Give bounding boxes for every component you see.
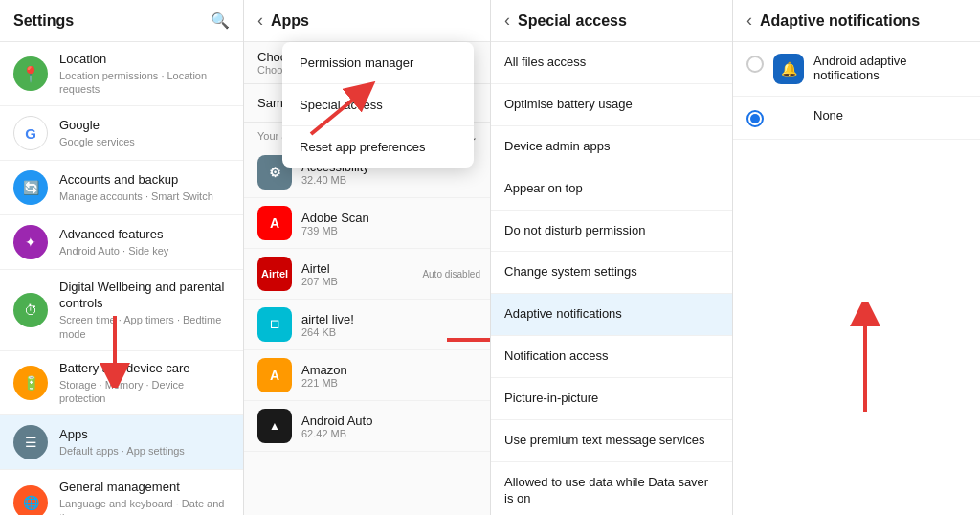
settings-item-battery[interactable]: 🔋 Battery and device care Storage · Memo… xyxy=(0,351,243,415)
special-premium[interactable]: Use premium text message services xyxy=(491,420,732,462)
apps-title: Apps xyxy=(59,427,230,443)
settings-item-digital[interactable]: ⏱ Digital Wellbeing and parental control… xyxy=(0,270,243,350)
radio-none[interactable]: None xyxy=(733,97,980,140)
advanced-icon: ✦ xyxy=(13,225,48,259)
app-amazon-name: Amazon xyxy=(301,363,347,377)
adaptive-options-list: 🔔 Android adaptive notifications None xyxy=(733,42,980,515)
app-airtel-icon: Airtel xyxy=(257,257,292,291)
digital-icon: ⏱ xyxy=(13,293,48,327)
location-title: Location xyxy=(59,52,230,68)
apps-dropdown-menu: Permission manager Special access Reset … xyxy=(282,42,474,168)
apps-subtitle: Default apps · App settings xyxy=(59,444,230,458)
settings-item-accounts[interactable]: 🔄 Accounts and backup Manage accounts · … xyxy=(0,161,243,215)
apps-list: ⚙ Accessibility 32.40 MB A Adobe Scan 73… xyxy=(244,147,490,515)
app-accessibility-size: 32.40 MB xyxy=(301,174,369,186)
apps-panel-title: Apps xyxy=(271,12,477,30)
adaptive-back-icon[interactable]: ‹ xyxy=(746,11,752,31)
app-airlive-name: airtel live! xyxy=(301,312,354,326)
special-access-panel: ‹ Special access All files access Optimi… xyxy=(491,0,733,515)
dropdown-reset-prefs[interactable]: Reset app preferences xyxy=(282,126,474,168)
special-data-saver[interactable]: Allowed to use data while Data saver is … xyxy=(491,462,732,515)
app-item-auto[interactable]: ▲ Android Auto 62.42 MB xyxy=(244,401,490,452)
settings-item-apps[interactable]: ☰ Apps Default apps · App settings xyxy=(0,415,243,470)
settings-title: Settings xyxy=(13,12,211,30)
special-access-title: Special access xyxy=(518,12,719,30)
app-auto-size: 62.42 MB xyxy=(301,428,372,439)
app-adobe-name: Adobe Scan xyxy=(301,211,369,225)
general-title: General management xyxy=(59,480,230,496)
special-notif-access[interactable]: Notification access xyxy=(491,336,732,378)
adaptive-panel: ‹ Adaptive notifications 🔔 Android adapt… xyxy=(733,0,980,515)
special-admin[interactable]: Device admin apps xyxy=(491,126,732,168)
battery-title: Battery and device care xyxy=(59,361,230,377)
advanced-title: Advanced features xyxy=(59,227,230,243)
settings-item-location[interactable]: 📍 Location Location permissions · Locati… xyxy=(0,42,243,106)
android-adaptive-icon: 🔔 xyxy=(773,54,804,84)
special-appear[interactable]: Appear on top xyxy=(491,168,732,211)
app-airlive-size: 264 KB xyxy=(301,326,354,338)
app-airlive-icon: ☐ xyxy=(257,307,292,342)
google-title: Google xyxy=(59,118,230,134)
radio-android-adaptive[interactable]: 🔔 Android adaptive notifications xyxy=(733,42,980,97)
radio-circle-none xyxy=(746,110,764,127)
dropdown-permission-manager[interactable]: Permission manager xyxy=(282,42,474,84)
apps-icon: ☰ xyxy=(13,425,48,459)
battery-subtitle: Storage · Memory · Device protection xyxy=(59,378,230,406)
location-subtitle: Location permissions · Location requests xyxy=(59,69,230,97)
app-amazon-size: 221 MB xyxy=(301,377,347,389)
dropdown-special-access[interactable]: Special access xyxy=(282,84,474,126)
none-label: None xyxy=(813,108,967,123)
settings-header: Settings 🔍 xyxy=(0,0,243,42)
app-airtel-badge: Auto disabled xyxy=(422,269,480,280)
android-adaptive-label: Android adaptive notifications xyxy=(813,54,967,82)
location-icon: 📍 xyxy=(13,56,48,91)
app-auto-name: Android Auto xyxy=(301,414,372,428)
special-back-icon[interactable]: ‹ xyxy=(504,11,510,31)
accounts-icon: 🔄 xyxy=(13,170,48,205)
accounts-title: Accounts and backup xyxy=(59,172,230,189)
special-dnd[interactable]: Do not disturb permission xyxy=(491,211,732,253)
digital-subtitle: Screen time · App timers · Bedtime mode xyxy=(59,313,230,341)
app-amazon-icon: A xyxy=(257,358,292,392)
app-item-amazon[interactable]: A Amazon 221 MB xyxy=(244,350,490,401)
app-adobe-size: 739 MB xyxy=(301,225,369,236)
special-access-list: All files access Optimise battery usage … xyxy=(491,42,732,515)
accounts-subtitle: Manage accounts · Smart Switch xyxy=(59,190,230,203)
adaptive-title: Adaptive notifications xyxy=(760,12,967,30)
apps-panel: ‹ Apps Permission manager Special access… xyxy=(244,0,491,515)
special-system[interactable]: Change system settings xyxy=(491,252,732,294)
special-access-header: ‹ Special access xyxy=(491,0,732,42)
back-icon[interactable]: ‹ xyxy=(257,11,263,31)
general-subtitle: Language and keyboard · Date and time xyxy=(59,497,230,515)
digital-title: Digital Wellbeing and parental controls xyxy=(59,280,230,312)
adaptive-header: ‹ Adaptive notifications xyxy=(733,0,980,42)
radio-circle-android xyxy=(746,56,764,73)
settings-list: 📍 Location Location permissions · Locati… xyxy=(0,42,243,515)
settings-item-general[interactable]: 🌐 General management Language and keyboa… xyxy=(0,470,243,515)
special-battery[interactable]: Optimise battery usage xyxy=(491,84,732,126)
app-adobe-icon: A xyxy=(257,206,292,240)
special-pip[interactable]: Picture-in-picture xyxy=(491,378,732,420)
apps-header: ‹ Apps xyxy=(244,0,490,42)
app-item-airlive[interactable]: ☐ airtel live! 264 KB xyxy=(244,300,490,350)
app-item-airtel[interactable]: Airtel Airtel 207 MB Auto disabled xyxy=(244,249,490,300)
advanced-subtitle: Android Auto · Side key xyxy=(59,244,230,258)
google-subtitle: Google services xyxy=(59,135,230,148)
battery-icon: 🔋 xyxy=(13,366,48,400)
app-item-adobe[interactable]: A Adobe Scan 739 MB xyxy=(244,198,490,249)
special-all-files[interactable]: All files access xyxy=(491,42,732,84)
google-icon: G xyxy=(13,116,48,150)
general-icon: 🌐 xyxy=(13,485,48,515)
settings-item-advanced[interactable]: ✦ Advanced features Android Auto · Side … xyxy=(0,215,243,270)
app-auto-icon: ▲ xyxy=(257,409,292,443)
settings-item-google[interactable]: G Google Google services xyxy=(0,106,243,161)
search-icon[interactable]: 🔍 xyxy=(211,11,230,30)
special-adaptive[interactable]: Adaptive notifications xyxy=(491,294,732,336)
settings-panel: Settings 🔍 📍 Location Location permissio… xyxy=(0,0,244,515)
